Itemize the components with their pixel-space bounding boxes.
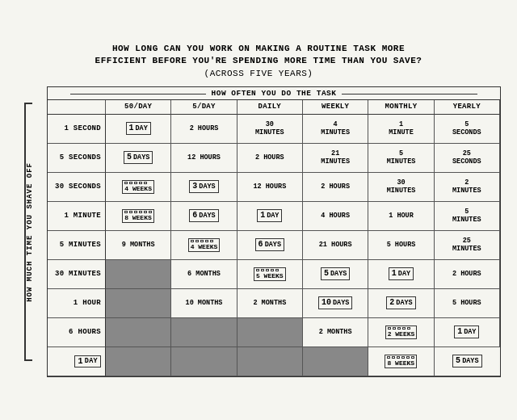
cell-8-2 [237,347,303,376]
cell-3-5: 5Minutes [435,202,500,231]
col-header-4: Monthly [368,100,434,115]
cell-4-4: 5 Hours [368,231,434,260]
cell-6-1: 10 Months [171,289,237,318]
cell-0-3: 4Minutes [303,115,368,144]
cell-3-1: 6 Days [171,202,237,231]
cell-1-4: 5Minutes [368,144,434,173]
cell-3-0: 8 Weeks [106,202,171,231]
cell-3-2: 1 Day [237,202,303,231]
row-label-8: 1 Day [48,347,106,376]
row-label-5: 30 Minutes [48,260,106,289]
cell-2-0: 4 Weeks [106,173,171,202]
cell-8-3 [303,347,368,376]
cell-5-3: 5 Days [303,260,368,289]
col-header-3: Weekly [303,100,368,115]
cell-2-2: 12 Hours [237,173,303,202]
cell-4-1: 4 Weeks [171,231,237,260]
cell-3-3: 4 Hours [303,202,368,231]
cell-1-1: 12 Hours [171,144,237,173]
cell-1-5: 25Seconds [435,144,500,173]
row-label-4: 5 Minutes [48,231,106,260]
frequency-header: How Often You Do The Task [48,87,500,100]
cell-2-3: 2 Hours [303,173,368,202]
row-label-6: 1 Hour [48,289,106,318]
cell-0-0: 1 Day [106,115,171,144]
cell-5-0 [106,260,171,289]
cell-6-0 [106,289,171,318]
cell-8-4: 8 Weeks [368,347,434,376]
chart-title: How long can you work on making a routin… [16,43,501,80]
row-label-1: 5 Seconds [48,144,106,173]
row-label-0: 1 Second [48,115,106,144]
cell-5-1: 6 Months [171,260,237,289]
cell-2-5: 2Minutes [435,173,500,202]
left-axis-label: How Much Time You Shave Off [16,86,47,377]
col-header-5: Yearly [435,100,500,115]
cell-0-5: 5Seconds [435,115,500,144]
cell-7-2 [237,318,303,347]
cell-5-4: 1 Day [368,260,434,289]
cell-5-2: 5 Weeks [237,260,303,289]
cell-1-3: 21Minutes [303,144,368,173]
col-header-0: 50/Day [106,100,171,115]
cell-7-4: 2 Weeks [368,318,434,347]
table-grid: 50/Day 5/Day Daily Weekly Monthly Yearly… [48,100,500,376]
row-label-3: 1 Minute [48,202,106,231]
cell-3-4: 1 Hour [368,202,434,231]
cell-0-4: 1Minute [368,115,434,144]
cell-4-0: 9 Months [106,231,171,260]
cell-8-5: 5 Days [435,347,500,376]
row-label-2: 30 Seconds [48,173,106,202]
cell-8-0 [106,347,171,376]
chart-area: How Much Time You Shave Off How Often Yo… [16,86,501,377]
cell-0-1: 2 Hours [171,115,237,144]
cell-2-1: 3 Days [171,173,237,202]
cell-4-3: 21 Hours [303,231,368,260]
cell-8-1 [171,347,237,376]
data-table: How Often You Do The Task 50/Day 5/Day D… [47,86,501,377]
cell-1-0: 5 Days [106,144,171,173]
row-label-7: 6 Hours [48,318,106,347]
cell-4-5: 25Minutes [435,231,500,260]
cell-1-2: 2 Hours [237,144,303,173]
cell-2-4: 30Minutes [368,173,434,202]
cell-7-5: 1 Day [435,318,500,347]
cell-6-4: 2 Days [368,289,434,318]
col-header-2: Daily [237,100,303,115]
cell-7-3: 2 Months [303,318,368,347]
main-container: How long can you work on making a routin… [8,35,509,385]
cell-4-2: 6 Days [237,231,303,260]
cell-6-2: 2 Months [237,289,303,318]
cell-7-1 [171,318,237,347]
cell-0-2: 30Minutes [237,115,303,144]
cell-5-5: 2 Hours [435,260,500,289]
cell-7-0 [106,318,171,347]
col-header-1: 5/Day [171,100,237,115]
cell-6-3: 10 Days [303,289,368,318]
cell-6-5: 5 Hours [435,289,500,318]
corner-cell [48,100,106,115]
